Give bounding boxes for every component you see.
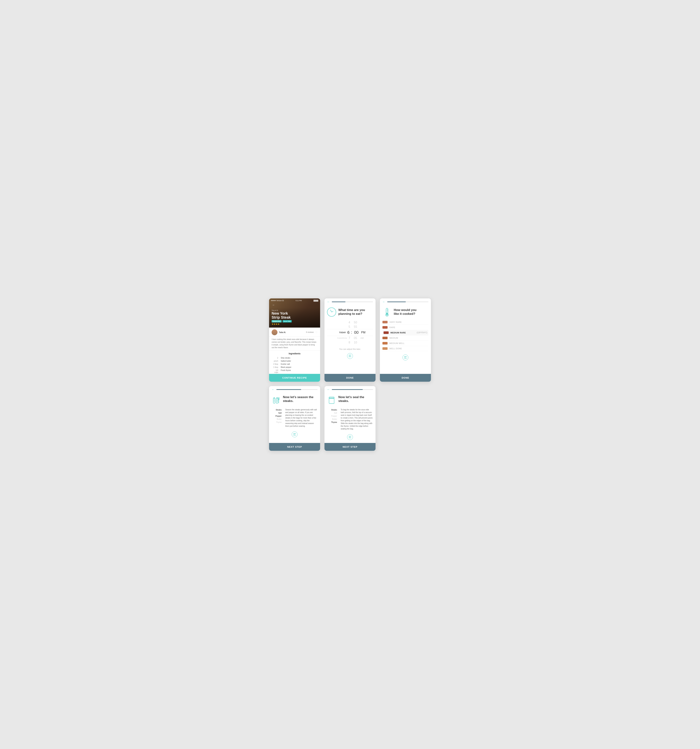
back-button[interactable]: ← [327, 388, 330, 391]
swatch-well-done [382, 347, 388, 350]
list-icon-container [269, 428, 320, 440]
back-button[interactable]: ← [272, 388, 275, 391]
line-1 [349, 436, 351, 436]
line-2 [349, 437, 350, 437]
back-button[interactable]: ← [327, 300, 330, 304]
back-button[interactable]: ← [382, 300, 385, 304]
adjust-note: You can adjust this later. [324, 347, 376, 351]
line-1 [404, 356, 407, 357]
clock-icon [327, 307, 336, 316]
line-3 [349, 356, 351, 357]
name-5: Fresh thyme [281, 369, 291, 373]
hour-1: 4 [348, 321, 350, 324]
continue-recipe-button[interactable]: CONTINUE RECIPE [269, 374, 320, 382]
ing-steaks: Steaks [327, 408, 337, 411]
progress-bar [277, 389, 318, 390]
ingredient-row: 1 tbsp Black pepper [272, 366, 318, 369]
label-medium-rare: MEDIUM RARE [390, 332, 415, 334]
svg-point-14 [277, 399, 277, 400]
ing-steaks: Steaks [272, 408, 282, 411]
doneness-well-done[interactable]: WELL DONE [382, 346, 428, 351]
step4-ingredients: Steaks Salt Pepper Butter Thyme [272, 408, 282, 428]
list-icon-button[interactable] [292, 431, 298, 437]
svg-rect-22 [329, 397, 334, 399]
hero-image: ●●●●● Verizon ⓦ 5:11 PM ▓▓▓▓ ← TALIA'S N… [269, 298, 320, 327]
list-icon-container [324, 431, 376, 443]
label-well-done: WELL DONE [390, 347, 428, 350]
swatch-medium-well [382, 342, 388, 344]
done-button[interactable]: DONE [324, 374, 376, 382]
day-label-3: TOMORROW [335, 337, 347, 339]
back-arrow-icon[interactable]: ← [271, 302, 277, 306]
svg-point-15 [277, 400, 277, 400]
line-3 [349, 438, 351, 438]
ingredient-row: 1/4 cups Fresh thyme [272, 369, 318, 374]
screen5-content: Steaks Salt Pepper Butter Thyme To bag t… [324, 407, 376, 431]
ing-pepper: Pepper [272, 414, 282, 417]
favorite-icon[interactable]: ♡ [315, 331, 318, 334]
hour-2: 5 [348, 325, 350, 329]
line-2 [293, 434, 295, 434]
svg-point-6 [386, 314, 388, 315]
list-lines [293, 433, 296, 435]
period-active: PM [361, 331, 366, 334]
screen3-header: ← [380, 298, 431, 304]
ingredient-row: 2 tbsp Kosher salt [272, 362, 318, 366]
done-button[interactable]: DONE [380, 374, 431, 382]
list-icon-button[interactable] [347, 353, 353, 359]
min-4: 10 [353, 341, 358, 344]
screen-season: ← [269, 386, 320, 451]
qty-5: 1/4 cups [272, 369, 281, 373]
doneness-rare[interactable]: RARE [382, 325, 428, 330]
status-bar: ●●●●● Verizon ⓦ 5:11 PM ▓▓▓▓ [269, 298, 320, 302]
line-2 [404, 357, 406, 358]
ing-thyme: Thyme [327, 421, 337, 424]
doneness-medium[interactable]: MEDIUM [382, 335, 428, 341]
min-2: 55 [353, 325, 358, 329]
doneness-medium-well[interactable]: MEDIUM WELL [382, 341, 428, 346]
ing-thyme: Thyme [272, 421, 282, 424]
period-3: AM [359, 337, 365, 339]
doneness-medium-rare[interactable]: MEDIUM RARE (129°F/54°C) [382, 330, 428, 335]
hour-active: 6 [347, 330, 350, 335]
list-icon-button[interactable] [347, 434, 353, 440]
recipe-title: New YorkStrip Steak [272, 311, 318, 319]
recipe-description: I love cooking this steak sous-vide beca… [269, 336, 320, 350]
question-text: What time are youplanning to eat? [338, 308, 365, 316]
app-grid: ●●●●● Verizon ⓦ 5:11 PM ▓▓▓▓ ← TALIA'S N… [269, 298, 431, 451]
colon-active: : [351, 330, 352, 335]
screen2-header-section: What time are youplanning to eat? [324, 304, 376, 318]
swatch-rare [382, 326, 388, 329]
next-step-button[interactable]: NEXT STEP [269, 443, 320, 451]
hour-3: 7 [348, 336, 350, 340]
ing-butter: Butter [327, 417, 337, 421]
star-rating: ★★★★ [272, 323, 318, 326]
screen-doneness: ← How would youlike it cooked? [380, 298, 431, 382]
line-1 [293, 433, 296, 434]
thermometer-icon [382, 307, 391, 316]
doneness-very-rare[interactable]: VERY RARE [382, 319, 428, 325]
ing-salt: Salt [327, 411, 337, 414]
ing-salt: Salt [272, 411, 282, 414]
next-step-button[interactable]: NEXT STEP [324, 443, 376, 451]
min-1: 50 [353, 321, 358, 324]
time-picker[interactable]: 4 50 5 55 TODAY 6 : 00 PM [324, 318, 376, 347]
line-3 [293, 435, 296, 435]
list-icon-container [324, 351, 376, 361]
avatar [272, 329, 277, 335]
list-icon-button[interactable] [402, 355, 408, 361]
qty-1: 2 [272, 357, 281, 359]
bag-icon [327, 395, 336, 405]
hour-4: 8 [348, 341, 350, 344]
step5-description: To bag the steaks for the sous-vide bath… [341, 408, 373, 430]
qty-3: 2 tbsp [272, 363, 281, 365]
min-3: 05 [353, 336, 358, 340]
name-4: Black pepper [281, 366, 291, 368]
step-title: Now let's seal the steaks. [338, 395, 373, 403]
progress-bar [387, 301, 428, 302]
list-lines [349, 355, 351, 357]
doneness-list: VERY RARE RARE MEDIUM RARE (129°F/54°C) … [380, 318, 431, 352]
label-medium-well: MEDIUM WELL [390, 342, 428, 344]
badge-gluten-free: Gluten-free [272, 320, 282, 323]
clock: 5:11 PM [296, 300, 302, 301]
